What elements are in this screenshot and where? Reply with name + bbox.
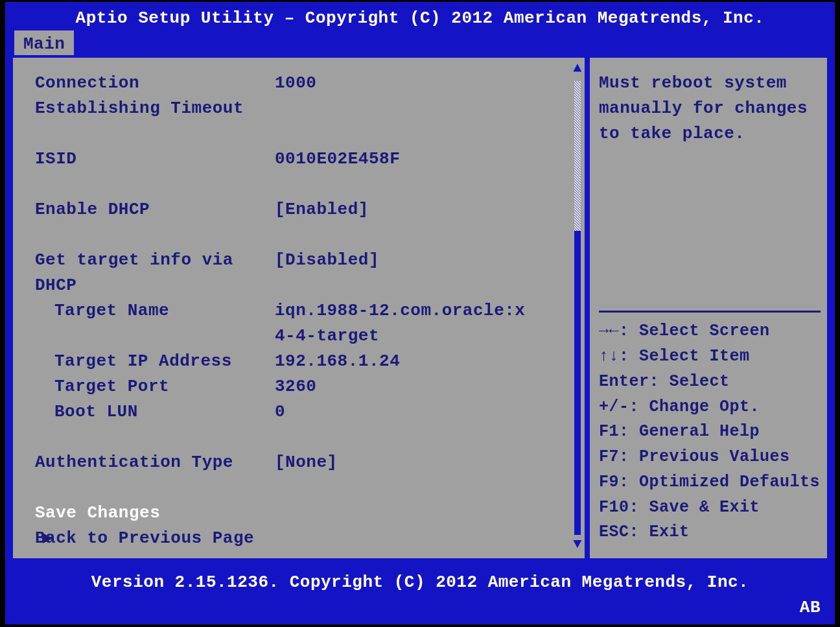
help-line-2: manually for changes xyxy=(599,96,821,121)
auth-type-value: [None] xyxy=(275,450,563,475)
enable-dhcp-label: Enable DHCP xyxy=(35,197,275,222)
establishing-timeout-label: Establishing Timeout xyxy=(35,96,275,121)
isid-label: ISID xyxy=(35,147,275,172)
get-target-info-label-1: Get target info via xyxy=(35,248,275,273)
target-port-value: 3260 xyxy=(275,374,563,399)
row-save-changes[interactable]: Save Changes xyxy=(35,501,563,526)
legend-esc: ESC: Exit xyxy=(599,520,821,545)
row-target-name[interactable]: Target Name iqn.1988-12.com.oracle:x xyxy=(35,298,563,324)
legend-f1: F1: General Help xyxy=(599,420,821,445)
caret-icon: ▶ xyxy=(43,526,53,551)
bios-frame: Aptio Setup Utility – Copyright (C) 2012… xyxy=(5,2,835,624)
footer: Version 2.15.1236. Copyright (C) 2012 Am… xyxy=(5,561,835,624)
save-changes-label: Save Changes xyxy=(35,501,275,526)
row-back[interactable]: ▶ Back to Previous Page xyxy=(35,526,563,551)
row-auth-type[interactable]: Authentication Type [None] xyxy=(35,450,563,475)
boot-lun-label: Boot LUN xyxy=(35,399,275,425)
tab-main[interactable]: Main xyxy=(13,29,75,55)
help-divider xyxy=(599,311,821,313)
target-ip-label: Target IP Address xyxy=(35,349,275,374)
row-get-target-info-cont: DHCP xyxy=(35,273,563,298)
isid-value: 0010E02E458F xyxy=(275,147,563,172)
spacer xyxy=(35,425,563,450)
header-title: Aptio Setup Utility – Copyright (C) 2012… xyxy=(5,2,835,29)
legend-select-screen: →←: Select Screen xyxy=(599,319,821,344)
row-get-target-info[interactable]: Get target info via [Disabled] xyxy=(35,248,563,273)
footer-brand: AB xyxy=(800,595,821,621)
spacer xyxy=(35,121,563,147)
row-target-port[interactable]: Target Port 3260 xyxy=(35,374,563,399)
row-enable-dhcp[interactable]: Enable DHCP [Enabled] xyxy=(35,197,563,222)
target-name-value-2: 4-4-target xyxy=(275,324,563,349)
row-establishing-timeout[interactable]: Establishing Timeout xyxy=(35,96,563,121)
help-line-1: Must reboot system xyxy=(599,71,821,96)
scrollbar-thumb[interactable] xyxy=(574,231,581,535)
auth-type-label: Authentication Type xyxy=(35,450,275,475)
help-text: Must reboot system manually for changes … xyxy=(599,71,821,147)
scroll-up-icon[interactable]: ▲ xyxy=(573,63,582,77)
scrollbar[interactable]: ▲ ▼ xyxy=(573,63,582,553)
row-target-ip[interactable]: Target IP Address 192.168.1.24 xyxy=(35,349,563,374)
scroll-down-icon[interactable]: ▼ xyxy=(573,539,582,553)
legend-f9: F9: Optimized Defaults xyxy=(599,470,821,495)
connection-label: Connection xyxy=(35,71,275,96)
enable-dhcp-value: [Enabled] xyxy=(275,197,563,222)
spacer xyxy=(35,475,563,501)
target-name-value-1: iqn.1988-12.com.oracle:x xyxy=(275,298,563,324)
legend-f7: F7: Previous Values xyxy=(599,445,821,470)
help-line-3: to take place. xyxy=(599,121,821,147)
right-spacer xyxy=(599,147,821,305)
boot-lun-value: 0 xyxy=(275,399,563,425)
target-port-label: Target Port xyxy=(35,374,275,399)
tab-strip: Main xyxy=(5,29,835,55)
get-target-info-label-2: DHCP xyxy=(35,273,275,298)
get-target-info-value: [Disabled] xyxy=(275,248,563,273)
legend-f10: F10: Save & Exit xyxy=(599,495,821,521)
footer-version: Version 2.15.1236. Copyright (C) 2012 Am… xyxy=(5,561,835,595)
establishing-timeout-value xyxy=(275,96,563,121)
legend-select-item: ↑↓: Select Item xyxy=(599,344,821,370)
legend-change: +/-: Change Opt. xyxy=(599,395,821,420)
target-name-label: Target Name xyxy=(35,298,275,324)
scrollbar-track[interactable] xyxy=(574,81,581,535)
help-panel: Must reboot system manually for changes … xyxy=(587,55,830,561)
back-label: Back to Previous Page xyxy=(35,526,275,551)
target-ip-value: 192.168.1.24 xyxy=(275,349,563,374)
row-boot-lun[interactable]: Boot LUN 0 xyxy=(35,399,563,425)
legend-enter: Enter: Select xyxy=(599,370,821,395)
target-name-blank xyxy=(35,324,275,349)
key-legend: →←: Select Screen ↑↓: Select Item Enter:… xyxy=(599,319,821,545)
row-connection[interactable]: Connection 1000 xyxy=(35,71,563,96)
spacer xyxy=(35,222,563,248)
row-isid[interactable]: ISID 0010E02E458F xyxy=(35,147,563,172)
spacer xyxy=(35,172,563,197)
connection-value: 1000 xyxy=(275,71,563,96)
row-target-name-cont: 4-4-target xyxy=(35,324,563,349)
panel-container: Connection 1000 Establishing Timeout ISI… xyxy=(10,55,830,561)
settings-panel: Connection 1000 Establishing Timeout ISI… xyxy=(10,55,587,561)
